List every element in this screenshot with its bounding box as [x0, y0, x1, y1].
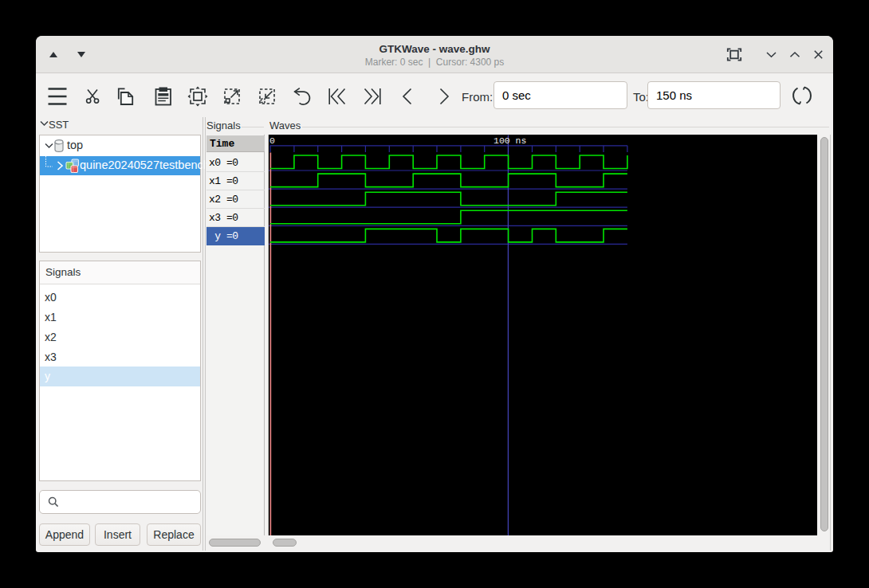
- svg-text:100 ns: 100 ns: [493, 135, 526, 146]
- svg-text:0: 0: [269, 135, 275, 146]
